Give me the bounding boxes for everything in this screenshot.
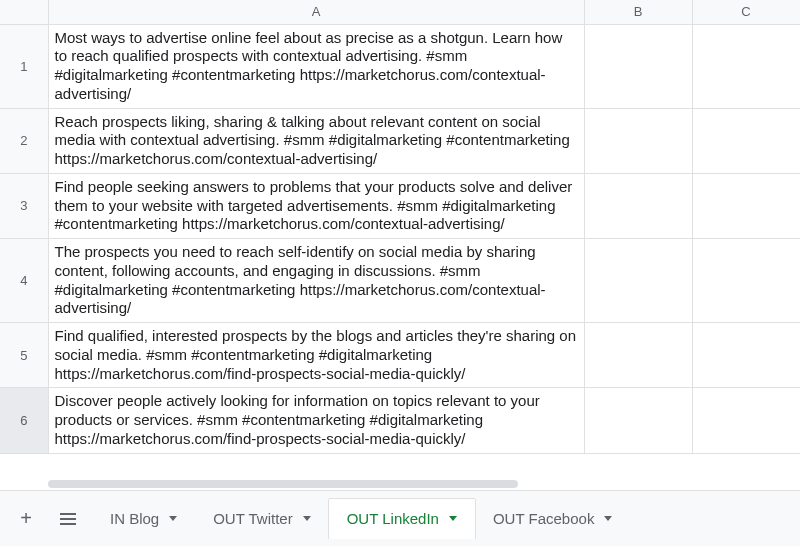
cell-a1[interactable]: Most ways to advertise online feel about…	[48, 24, 584, 108]
cell-a3[interactable]: Find people seeking answers to problems …	[48, 173, 584, 238]
cell-c4[interactable]	[692, 239, 800, 323]
table-row: 3 Find people seeking answers to problem…	[0, 173, 800, 238]
tab-label: OUT Facebook	[493, 510, 594, 527]
add-sheet-button[interactable]: +	[8, 501, 44, 537]
table-row: 5 Find qualified, interested prospects b…	[0, 323, 800, 388]
plus-icon: +	[20, 507, 32, 530]
tab-out-twitter[interactable]: OUT Twitter	[195, 499, 328, 539]
spreadsheet-grid[interactable]: A B C 1 Most ways to advertise online fe…	[0, 0, 800, 490]
horizontal-scrollbar-thumb[interactable]	[48, 480, 518, 488]
svg-rect-1	[60, 518, 76, 520]
cell-b5[interactable]	[584, 323, 692, 388]
table-row: 1 Most ways to advertise online feel abo…	[0, 24, 800, 108]
row-header-5[interactable]: 5	[0, 323, 48, 388]
row-header-2[interactable]: 2	[0, 108, 48, 173]
cell-a2[interactable]: Reach prospects liking, sharing & talkin…	[48, 108, 584, 173]
cell-b3[interactable]	[584, 173, 692, 238]
select-all-corner[interactable]	[0, 0, 48, 24]
cell-b4[interactable]	[584, 239, 692, 323]
tab-out-linkedin[interactable]: OUT LinkedIn	[329, 499, 475, 539]
menu-icon	[60, 513, 76, 525]
all-sheets-button[interactable]	[50, 501, 86, 537]
row-header-6[interactable]: 6	[0, 388, 48, 453]
row-header-3[interactable]: 3	[0, 173, 48, 238]
table-row: 6 Discover people actively looking for i…	[0, 388, 800, 453]
cell-a6[interactable]: Discover people actively looking for inf…	[48, 388, 584, 453]
cell-b2[interactable]	[584, 108, 692, 173]
column-header-b[interactable]: B	[584, 0, 692, 24]
cell-b1[interactable]	[584, 24, 692, 108]
svg-rect-2	[60, 523, 76, 525]
cell-c5[interactable]	[692, 323, 800, 388]
chevron-down-icon	[449, 516, 457, 521]
tab-out-facebook[interactable]: OUT Facebook	[475, 499, 630, 539]
row-header-4[interactable]: 4	[0, 239, 48, 323]
horizontal-scrollbar[interactable]	[48, 478, 784, 490]
tab-label: IN Blog	[110, 510, 159, 527]
table-row: 4 The prospects you need to reach self-i…	[0, 239, 800, 323]
cell-c6[interactable]	[692, 388, 800, 453]
column-header-c[interactable]: C	[692, 0, 800, 24]
chevron-down-icon	[604, 516, 612, 521]
cell-c1[interactable]	[692, 24, 800, 108]
tab-in-blog[interactable]: IN Blog	[92, 499, 195, 539]
table-row: 2 Reach prospects liking, sharing & talk…	[0, 108, 800, 173]
svg-rect-0	[60, 513, 76, 515]
cell-a5[interactable]: Find qualified, interested prospects by …	[48, 323, 584, 388]
cell-b6[interactable]	[584, 388, 692, 453]
tab-label: OUT Twitter	[213, 510, 292, 527]
chevron-down-icon	[169, 516, 177, 521]
column-header-a[interactable]: A	[48, 0, 584, 24]
row-header-1[interactable]: 1	[0, 24, 48, 108]
chevron-down-icon	[303, 516, 311, 521]
sheet-tabs-bar: + IN Blog OUT Twitter OUT LinkedIn OUT F…	[0, 490, 800, 546]
tab-label: OUT LinkedIn	[347, 510, 439, 527]
cell-a4[interactable]: The prospects you need to reach self-ide…	[48, 239, 584, 323]
cell-c3[interactable]	[692, 173, 800, 238]
cell-c2[interactable]	[692, 108, 800, 173]
